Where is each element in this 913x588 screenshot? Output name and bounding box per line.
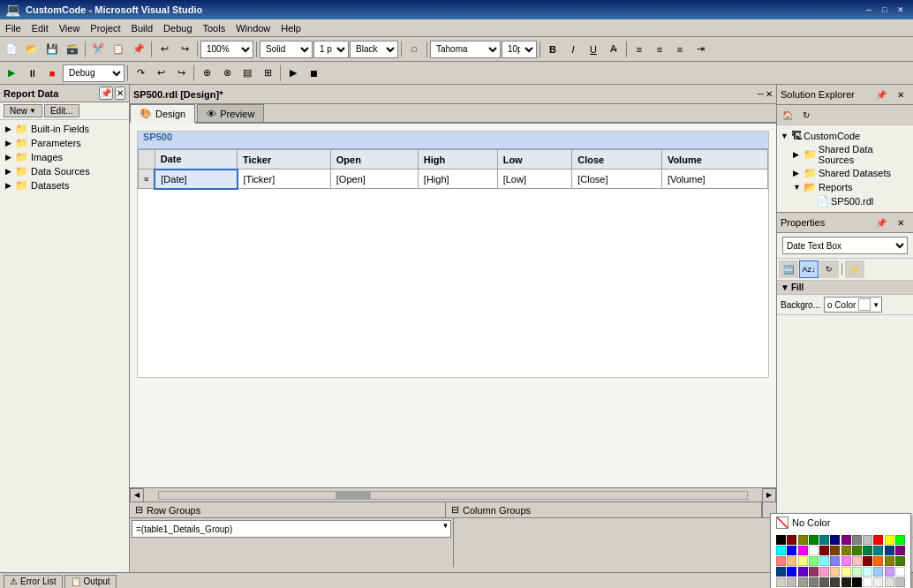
color-swatch-item[interactable]	[852, 546, 862, 555]
color-swatch-item[interactable]	[895, 535, 905, 545]
doc-buttons[interactable]: ─ ✕	[758, 89, 773, 99]
color-swatch-item[interactable]	[809, 577, 819, 587]
stop-button[interactable]: ■	[42, 64, 62, 83]
color-swatch-item[interactable]	[863, 577, 872, 587]
strikethrough-button[interactable]: A̶	[604, 40, 623, 59]
color-swatch-item[interactable]	[885, 535, 894, 545]
props-events-button[interactable]: ⚡	[845, 260, 864, 278]
color-swatch-item[interactable]	[798, 567, 808, 577]
stop-report-button[interactable]: ⏹	[304, 64, 323, 83]
color-swatch-item[interactable]	[830, 535, 840, 545]
col-header-close[interactable]: Close	[572, 150, 662, 170]
horizontal-scrollbar[interactable]: ◀ ▶	[130, 487, 776, 501]
no-color-option[interactable]: No Color	[771, 514, 910, 531]
scroll-track[interactable]	[158, 491, 748, 500]
color-swatch-item[interactable]	[787, 567, 796, 577]
undo-button[interactable]: ↩	[155, 40, 174, 59]
se-shared-datasets[interactable]: ▶ 📁 Shared Datasets	[791, 166, 911, 180]
color-swatch-item[interactable]	[787, 556, 796, 566]
color-swatch-item[interactable]	[787, 546, 796, 555]
color-swatch-item[interactable]	[776, 577, 786, 587]
color-swatch-item[interactable]	[873, 535, 883, 545]
align-center-button[interactable]: ≡	[650, 40, 669, 59]
cell-volume[interactable]: [Volume]	[661, 170, 767, 189]
se-refresh-button[interactable]: ↻	[797, 107, 815, 123]
redo-button[interactable]: ↪	[175, 40, 194, 59]
panel-pin-button[interactable]: 📌	[99, 87, 113, 100]
color-swatch-item[interactable]	[798, 535, 808, 545]
color-swatch-item[interactable]	[873, 567, 883, 577]
color-swatch-item[interactable]	[852, 556, 862, 566]
col-header-low[interactable]: Low	[497, 150, 572, 170]
output-tab[interactable]: 📋 Output	[64, 575, 117, 589]
cut-button[interactable]: ✂️	[88, 40, 108, 59]
color-swatch-item[interactable]	[841, 577, 851, 587]
color-swatch-item[interactable]	[852, 567, 862, 577]
color-swatch-item[interactable]	[863, 556, 872, 566]
color-swatch-item[interactable]	[873, 546, 883, 555]
menu-view[interactable]: View	[54, 21, 86, 35]
color-swatch-item[interactable]	[885, 546, 894, 555]
tree-item-images[interactable]: ▶ 📁 Images	[2, 150, 127, 164]
bold-button[interactable]: B	[543, 40, 562, 59]
paste-button[interactable]: 📌	[129, 40, 148, 59]
align-right-button[interactable]: ≡	[670, 40, 690, 59]
color-swatch-item[interactable]	[830, 546, 840, 555]
color-swatch-item[interactable]	[895, 546, 905, 555]
border-width-select[interactable]: 1 pt	[313, 41, 349, 58]
color-swatch-item[interactable]	[809, 556, 819, 566]
doc-close-button[interactable]: ✕	[766, 89, 773, 99]
background-color-button[interactable]: o Color ▼	[824, 297, 882, 313]
color-swatch-item[interactable]	[787, 577, 796, 587]
col-header-date[interactable]: Date	[155, 150, 237, 170]
underline-button[interactable]: U	[584, 40, 603, 59]
color-swatch-item[interactable]	[819, 567, 829, 577]
color-swatch-item[interactable]	[830, 567, 840, 577]
minimize-button[interactable]: ─	[862, 4, 876, 16]
color-swatch-item[interactable]	[776, 546, 786, 555]
step-over-button[interactable]: ↷	[131, 64, 150, 83]
color-swatch-item[interactable]	[819, 535, 829, 545]
edit-button[interactable]: Edit...	[44, 104, 79, 117]
color-swatch-item[interactable]	[819, 546, 829, 555]
color-swatch-item[interactable]	[863, 535, 872, 545]
menu-edit[interactable]: Edit	[26, 21, 54, 35]
color-swatch-item[interactable]	[885, 556, 894, 566]
border-none-button[interactable]: □	[404, 40, 424, 59]
color-swatch-item[interactable]	[809, 535, 819, 545]
fill-section-header[interactable]: ▼ Fill	[777, 281, 913, 295]
debug-go-button[interactable]: ▶	[2, 64, 21, 83]
align-left-button[interactable]: ≡	[630, 40, 649, 59]
step-into-button[interactable]: ↩	[151, 64, 170, 83]
se-shared-data-sources[interactable]: ▶ 📁 Shared Data Sources	[791, 143, 911, 166]
italic-button[interactable]: I	[563, 40, 583, 59]
toolbar-btn-4[interactable]: ⊞	[258, 64, 277, 83]
doc-minimize-button[interactable]: ─	[758, 89, 764, 99]
color-swatch-item[interactable]	[776, 556, 786, 566]
se-pin-button[interactable]: 📌	[872, 87, 890, 102]
row-group-select[interactable]: =(table1_Details_Group)	[132, 520, 451, 538]
menu-build[interactable]: Build	[126, 21, 158, 35]
color-swatch-item[interactable]	[895, 567, 905, 577]
maximize-button[interactable]: □	[878, 4, 892, 16]
open-button[interactable]: 📂	[22, 40, 42, 59]
new-button[interactable]: New ▼	[4, 104, 42, 117]
pause-button[interactable]: ⏸	[22, 64, 42, 83]
cell-low[interactable]: [Low]	[497, 170, 572, 189]
tree-item-built-in-fields[interactable]: ▶ 📁 Built-in Fields	[2, 122, 127, 136]
color-swatch-item[interactable]	[819, 577, 829, 587]
save-all-button[interactable]: 🗃️	[63, 40, 82, 59]
cell-open[interactable]: [Open]	[330, 170, 418, 189]
color-swatch-item[interactable]	[873, 556, 883, 566]
col-header-high[interactable]: High	[418, 150, 497, 170]
cell-close[interactable]: [Close]	[572, 170, 662, 189]
se-properties-button[interactable]: 🏠	[779, 107, 796, 123]
border-color-select[interactable]: Black	[350, 41, 398, 58]
cell-ticker[interactable]: [Ticker]	[238, 170, 331, 189]
row-group-select-wrap[interactable]: =(table1_Details_Group) ▼	[132, 520, 451, 538]
toolbar-btn-2[interactable]: ⊗	[217, 64, 237, 83]
border-style-select[interactable]: Solid	[260, 41, 313, 58]
props-close-button[interactable]: ✕	[892, 215, 909, 230]
color-swatch-item[interactable]	[830, 556, 840, 566]
font-name-select[interactable]: Tahoma	[430, 41, 501, 58]
